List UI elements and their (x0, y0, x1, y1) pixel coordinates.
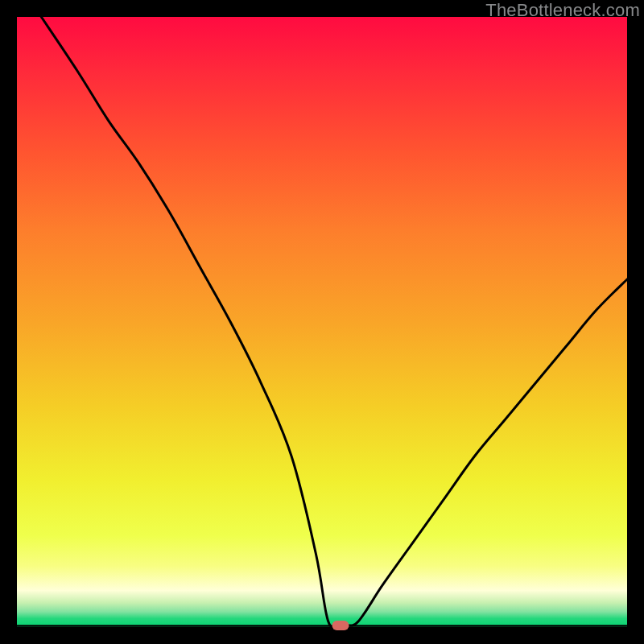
bottleneck-curve-path (41, 17, 627, 627)
min-marker (332, 621, 349, 630)
chart-frame: TheBottleneck.com (0, 0, 644, 644)
curve-layer (17, 17, 627, 627)
watermark-text: TheBottleneck.com (485, 0, 640, 21)
plot-area (17, 17, 627, 627)
